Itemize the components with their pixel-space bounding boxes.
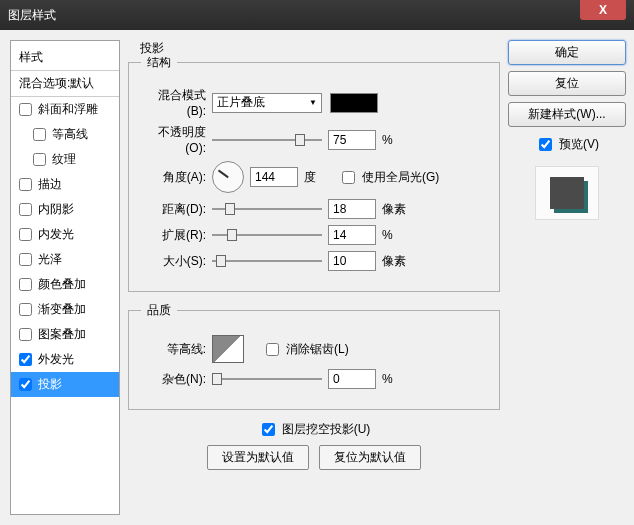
angle-dial[interactable]: [212, 161, 244, 193]
contour-picker[interactable]: [212, 335, 244, 363]
preview-thumbnail: [535, 166, 599, 220]
spread-label: 扩展(R):: [141, 227, 206, 244]
opacity-label: 不透明度(O):: [141, 124, 206, 155]
antialias-checkbox[interactable]: 消除锯齿(L): [262, 340, 349, 359]
style-item-6[interactable]: 光泽: [11, 247, 119, 272]
distance-slider[interactable]: [212, 201, 322, 217]
style-item-7[interactable]: 颜色叠加: [11, 272, 119, 297]
noise-input[interactable]: [328, 369, 376, 389]
blend-mode-label: 混合模式(B):: [141, 87, 206, 118]
style-item-3[interactable]: 描边: [11, 172, 119, 197]
dialog-body: 样式 混合选项:默认 斜面和浮雕等高线纹理描边内阴影内发光光泽颜色叠加渐变叠加图…: [0, 30, 634, 525]
style-item-10[interactable]: 外发光: [11, 347, 119, 372]
style-item-checkbox[interactable]: [33, 128, 46, 141]
angle-unit: 度: [304, 169, 332, 186]
noise-unit: %: [382, 372, 410, 386]
size-input[interactable]: [328, 251, 376, 271]
style-item-label: 内阴影: [38, 201, 74, 218]
chevron-down-icon: ▼: [309, 98, 317, 107]
style-item-label: 纹理: [52, 151, 76, 168]
style-item-11[interactable]: 投影: [11, 372, 119, 397]
close-button[interactable]: X: [580, 0, 626, 20]
style-item-checkbox[interactable]: [19, 103, 32, 116]
style-item-label: 投影: [38, 376, 62, 393]
global-light-checkbox[interactable]: 使用全局光(G): [338, 168, 439, 187]
style-item-label: 内发光: [38, 226, 74, 243]
style-item-4[interactable]: 内阴影: [11, 197, 119, 222]
size-slider[interactable]: [212, 253, 322, 269]
spread-slider[interactable]: [212, 227, 322, 243]
style-item-label: 渐变叠加: [38, 301, 86, 318]
style-item-checkbox[interactable]: [19, 378, 32, 391]
style-item-5[interactable]: 内发光: [11, 222, 119, 247]
style-item-label: 颜色叠加: [38, 276, 86, 293]
style-item-checkbox[interactable]: [19, 353, 32, 366]
style-item-9[interactable]: 图案叠加: [11, 322, 119, 347]
style-item-checkbox[interactable]: [19, 203, 32, 216]
distance-unit: 像素: [382, 201, 410, 218]
style-item-label: 描边: [38, 176, 62, 193]
set-default-button[interactable]: 设置为默认值: [207, 445, 309, 470]
opacity-input[interactable]: [328, 130, 376, 150]
style-item-1[interactable]: 等高线: [11, 122, 119, 147]
size-unit: 像素: [382, 253, 410, 270]
ok-button[interactable]: 确定: [508, 40, 626, 65]
angle-input[interactable]: [250, 167, 298, 187]
new-style-button[interactable]: 新建样式(W)...: [508, 102, 626, 127]
shadow-color-swatch[interactable]: [330, 93, 378, 113]
style-item-checkbox[interactable]: [19, 178, 32, 191]
style-item-label: 光泽: [38, 251, 62, 268]
style-item-checkbox[interactable]: [33, 153, 46, 166]
style-item-label: 外发光: [38, 351, 74, 368]
titlebar: 图层样式 X: [0, 0, 634, 30]
style-item-2[interactable]: 纹理: [11, 147, 119, 172]
styles-header: 样式: [11, 45, 119, 71]
settings-panel: 投影 结构 混合模式(B): 正片叠底 ▼ 不透明度(O): % 角度(A):: [128, 40, 500, 515]
action-panel: 确定 复位 新建样式(W)... 预览(V): [508, 40, 626, 515]
opacity-slider[interactable]: [212, 132, 322, 148]
contour-label: 等高线:: [141, 341, 206, 358]
distance-input[interactable]: [328, 199, 376, 219]
distance-label: 距离(D):: [141, 201, 206, 218]
size-label: 大小(S):: [141, 253, 206, 270]
style-item-8[interactable]: 渐变叠加: [11, 297, 119, 322]
blend-mode-select[interactable]: 正片叠底 ▼: [212, 93, 322, 113]
style-item-checkbox[interactable]: [19, 228, 32, 241]
style-item-label: 斜面和浮雕: [38, 101, 98, 118]
quality-legend: 品质: [141, 302, 177, 319]
structure-group: 结构 混合模式(B): 正片叠底 ▼ 不透明度(O): % 角度(A): 度: [128, 54, 500, 292]
style-item-checkbox[interactable]: [19, 278, 32, 291]
blend-options-item[interactable]: 混合选项:默认: [11, 71, 119, 97]
opacity-unit: %: [382, 133, 410, 147]
noise-label: 杂色(N):: [141, 371, 206, 388]
window-title: 图层样式: [8, 7, 626, 24]
knockout-checkbox[interactable]: 图层挖空投影(U): [128, 420, 500, 439]
panel-title: 投影: [136, 40, 168, 57]
styles-list: 样式 混合选项:默认 斜面和浮雕等高线纹理描边内阴影内发光光泽颜色叠加渐变叠加图…: [10, 40, 120, 515]
style-item-label: 等高线: [52, 126, 88, 143]
style-item-label: 图案叠加: [38, 326, 86, 343]
spread-unit: %: [382, 228, 410, 242]
blend-mode-value: 正片叠底: [217, 94, 265, 111]
preview-checkbox[interactable]: 预览(V): [508, 135, 626, 154]
quality-group: 品质 等高线: 消除锯齿(L) 杂色(N): %: [128, 302, 500, 410]
angle-label: 角度(A):: [141, 169, 206, 186]
style-item-checkbox[interactable]: [19, 328, 32, 341]
style-item-checkbox[interactable]: [19, 253, 32, 266]
style-item-checkbox[interactable]: [19, 303, 32, 316]
reset-default-button[interactable]: 复位为默认值: [319, 445, 421, 470]
spread-input[interactable]: [328, 225, 376, 245]
style-item-0[interactable]: 斜面和浮雕: [11, 97, 119, 122]
cancel-button[interactable]: 复位: [508, 71, 626, 96]
noise-slider[interactable]: [212, 371, 322, 387]
